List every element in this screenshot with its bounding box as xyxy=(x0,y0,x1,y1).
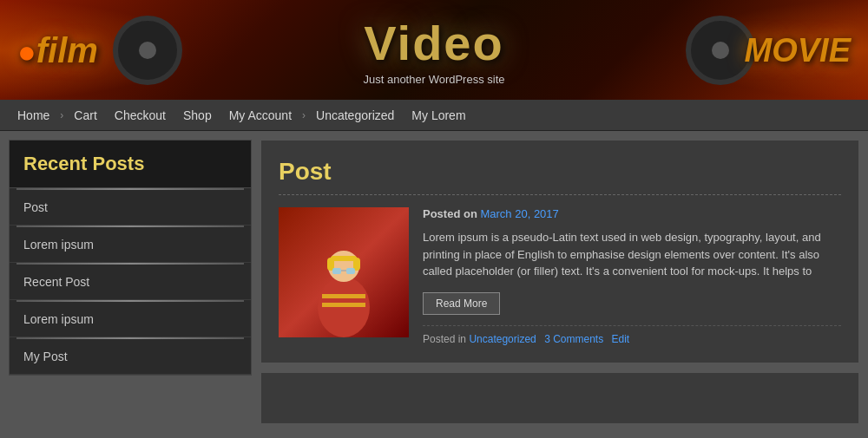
svg-rect-5 xyxy=(331,256,357,261)
sidebar-post-3[interactable]: Lorem ipsum xyxy=(10,302,251,337)
posted-on-label: Posted on xyxy=(423,207,477,220)
posted-on: Posted on March 20, 2017 xyxy=(423,207,841,220)
sidebar-post-0[interactable]: Post xyxy=(10,190,251,226)
post-thumbnail xyxy=(279,207,409,337)
nav-home[interactable]: Home xyxy=(9,108,58,122)
nav-shop[interactable]: Shop xyxy=(174,108,220,122)
nav-checkout[interactable]: Checkout xyxy=(106,108,174,122)
post-meta: Posted on March 20, 2017 Lorem ipsum is … xyxy=(423,207,841,345)
sidebar: Recent Posts Post Lorem ipsum Recent Pos… xyxy=(9,140,252,438)
site-title: Video xyxy=(364,15,503,71)
read-more-button[interactable]: Read More xyxy=(423,292,500,315)
site-subtitle: Just another WordPress site xyxy=(363,73,504,86)
post-card: Post xyxy=(260,140,859,363)
film-bullet-icon: ● xyxy=(17,33,36,69)
nav-uncategorized[interactable]: Uncategorized xyxy=(307,108,403,122)
sidebar-post-2[interactable]: Recent Post xyxy=(10,265,251,300)
post-image-svg xyxy=(279,207,409,337)
sidebar-post-1[interactable]: Lorem ipsum xyxy=(10,227,251,263)
main-nav: Home › Cart Checkout Shop My Account › U… xyxy=(0,100,868,131)
film-text: ●film xyxy=(17,30,98,69)
svg-rect-6 xyxy=(332,268,341,274)
nav-separator-2: › xyxy=(300,109,307,121)
film-reel-left xyxy=(113,16,182,85)
post-body: Posted on March 20, 2017 Lorem ipsum is … xyxy=(279,207,841,345)
nav-separator-1: › xyxy=(58,109,65,121)
nav-cart[interactable]: Cart xyxy=(65,108,105,122)
post-footer: Posted in Uncategorized 3 Comments Edit xyxy=(423,325,841,345)
movie-text: MOVIE xyxy=(745,31,851,69)
post-excerpt: Lorem ipsum is a pseudo-Latin text used … xyxy=(423,229,841,280)
site-header: ●film MOVIE Video Just another WordPress… xyxy=(0,0,868,100)
post-thumbnail-img xyxy=(279,207,409,337)
svg-rect-10 xyxy=(322,303,365,307)
sidebar-post-4[interactable]: My Post xyxy=(10,339,251,375)
nav-my-account[interactable]: My Account xyxy=(220,108,300,122)
posted-date: March 20, 2017 xyxy=(480,207,558,220)
post-comments-link[interactable]: 3 Comments xyxy=(544,333,603,345)
svg-rect-7 xyxy=(346,268,355,274)
recent-posts-widget: Recent Posts Post Lorem ipsum Recent Pos… xyxy=(9,140,252,376)
main-container: Recent Posts Post Lorem ipsum Recent Pos… xyxy=(0,131,868,438)
content-area: Post xyxy=(260,140,859,438)
recent-posts-title: Recent Posts xyxy=(10,141,251,188)
nav-my-lorem[interactable]: My Lorem xyxy=(403,108,474,122)
post-edit-link[interactable]: Edit xyxy=(612,333,630,345)
svg-rect-9 xyxy=(322,294,365,298)
post-card-title: Post xyxy=(279,158,841,195)
second-card-preview xyxy=(260,372,859,424)
post-category-link[interactable]: Uncategorized xyxy=(469,333,536,345)
posted-in-label: Posted in xyxy=(423,333,466,345)
